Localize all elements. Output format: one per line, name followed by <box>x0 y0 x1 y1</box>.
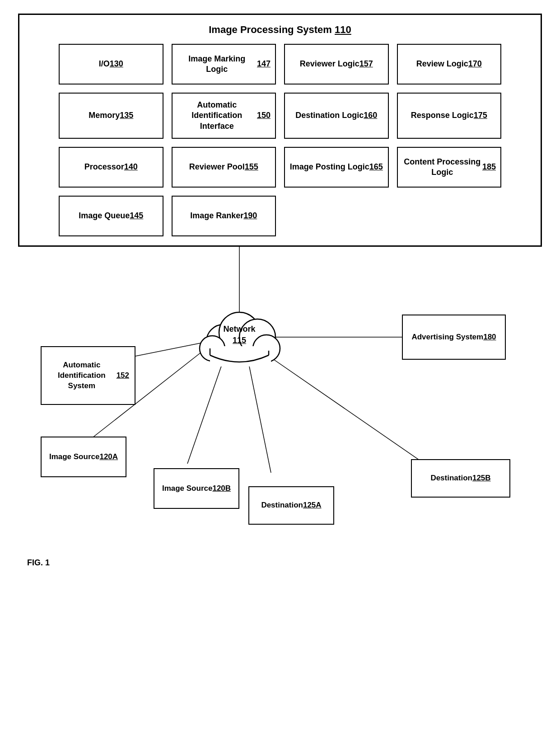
cell-image-queue: Image Queue 145 <box>59 196 163 236</box>
cell-empty-1 <box>284 196 389 236</box>
image-source-120a-node: Image Source 120A <box>41 437 126 477</box>
network-cloud: Network115 <box>190 296 289 373</box>
destination-125b-node: Destination 125B <box>411 459 510 498</box>
system-number: 110 <box>335 24 351 35</box>
svg-line-3 <box>187 360 224 464</box>
system-box: Image Processing System 110 I/O130 Image… <box>18 14 542 247</box>
destination-125a-node: Destination 125A <box>248 486 334 525</box>
cell-image-posting-logic: Image Posting Logic 165 <box>284 147 389 188</box>
cell-image-ranker: Image Ranker 190 <box>172 196 276 236</box>
network-number: 115 <box>233 336 246 345</box>
fig-label: FIG. 1 <box>27 558 50 568</box>
cell-memory: Memory 135 <box>59 93 163 139</box>
cell-destination-logic: Destination Logic 160 <box>284 93 389 139</box>
cell-reviewer-pool: Reviewer Pool 155 <box>172 147 276 188</box>
cell-io: I/O130 <box>59 44 163 85</box>
cell-auto-id-interface: Automatic Identification Interface 150 <box>172 93 276 139</box>
system-title: Image Processing System 110 <box>28 24 532 36</box>
svg-line-4 <box>248 362 271 473</box>
cell-processor: Processor 140 <box>59 147 163 188</box>
cell-reviewer-logic: Reviewer Logic 157 <box>284 44 389 85</box>
cell-empty-2 <box>397 196 502 236</box>
cell-review-logic: Review Logic 170 <box>397 44 502 85</box>
cell-image-marking-logic: Image Marking Logic 147 <box>172 44 276 85</box>
cell-content-processing-logic: Content Processing Logic 185 <box>397 147 502 188</box>
network-label: Network115 <box>223 324 255 346</box>
cell-response-logic: Response Logic 175 <box>397 93 502 139</box>
page: Image Processing System 110 I/O130 Image… <box>0 0 560 586</box>
component-grid: I/O130 Image Marking Logic 147 Reviewer … <box>59 44 501 236</box>
auto-id-system-node: Automatic Identification System 152 <box>41 346 135 405</box>
svg-rect-12 <box>210 346 271 366</box>
network-section: Network115 Automatic Identification Syst… <box>18 247 542 572</box>
image-source-120b-node: Image Source 120B <box>154 468 239 509</box>
advertising-system-node: Advertising System 180 <box>402 315 506 360</box>
